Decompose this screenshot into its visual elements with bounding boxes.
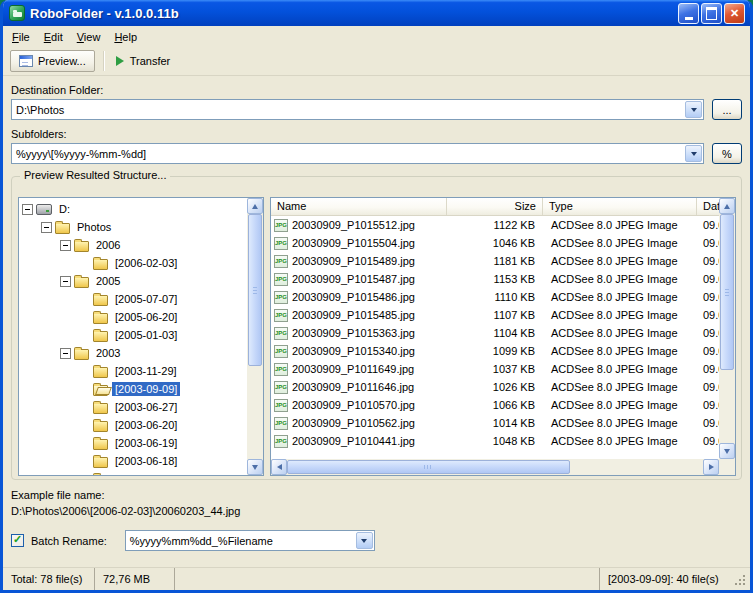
horizontal-scroll-thumb[interactable] bbox=[287, 460, 570, 474]
tree-item[interactable]: [2003-09-09] bbox=[19, 380, 247, 398]
file-row[interactable]: 20030909_P1015487.jpg 1153 KB ACDSee 8.0… bbox=[271, 270, 719, 288]
tree-item[interactable]: [2003-06-27] bbox=[19, 398, 247, 416]
menu-item-edit[interactable]: Edit bbox=[37, 28, 70, 46]
file-row[interactable]: 20030909_P1015489.jpg 1181 KB ACDSee 8.0… bbox=[271, 252, 719, 270]
tree-item-label[interactable]: Photos bbox=[74, 220, 114, 234]
destination-folder-combobox[interactable]: D:\Photos bbox=[11, 99, 704, 120]
tree-item-label[interactable]: 2003 bbox=[93, 346, 123, 360]
tree-expander-icon[interactable] bbox=[60, 276, 71, 287]
file-date-modified: 09.0 bbox=[697, 435, 719, 447]
scroll-left-button[interactable] bbox=[271, 459, 287, 475]
tree-item-label[interactable]: 2006 bbox=[93, 238, 123, 252]
tree-expander-icon[interactable] bbox=[60, 348, 71, 359]
batch-rename-checkbox[interactable] bbox=[11, 534, 24, 547]
tree-item-label[interactable]: [2005-06-20] bbox=[112, 310, 180, 324]
file-row[interactable]: 20030909_P1010570.jpg 1066 KB ACDSee 8.0… bbox=[271, 396, 719, 414]
title-bar[interactable]: RoboFolder - v.1.0.0.11b bbox=[3, 0, 750, 26]
tree-item[interactable]: [2003-06-18] bbox=[19, 452, 247, 470]
folder-icon bbox=[93, 331, 108, 342]
file-list-scroll-thumb[interactable] bbox=[720, 214, 734, 370]
file-row[interactable]: 20030909_P1015485.jpg 1107 KB ACDSee 8.0… bbox=[271, 306, 719, 324]
tree-item-label[interactable]: [2005-01-03] bbox=[112, 328, 180, 342]
file-row[interactable]: 20030909_P1011646.jpg 1026 KB ACDSee 8.0… bbox=[271, 378, 719, 396]
tree-item[interactable]: 2003 bbox=[19, 344, 247, 362]
tree-expander-icon[interactable] bbox=[22, 204, 33, 215]
browse-button[interactable]: ... bbox=[712, 99, 742, 120]
tree-item-label[interactable]: [2003-06-20] bbox=[112, 418, 180, 432]
tree-item-label[interactable]: [2003-06-18] bbox=[112, 454, 180, 468]
column-header-date-mo[interactable]: Date Mo bbox=[697, 198, 719, 215]
batch-rename-dropdown-button[interactable] bbox=[356, 532, 373, 549]
tree-item-label[interactable]: 2005 bbox=[93, 274, 123, 288]
tree-expander-icon[interactable] bbox=[60, 240, 71, 251]
subfolders-dropdown-button[interactable] bbox=[685, 145, 702, 162]
tree-item[interactable]: [2003-11-29] bbox=[19, 362, 247, 380]
scroll-up-button[interactable] bbox=[247, 198, 263, 214]
destination-dropdown-button[interactable] bbox=[685, 101, 702, 118]
tree-item[interactable]: D: bbox=[19, 200, 247, 218]
mask-button[interactable]: % bbox=[712, 143, 742, 164]
close-button[interactable] bbox=[724, 3, 745, 24]
file-type: ACDSee 8.0 JPEG Image bbox=[543, 291, 697, 303]
minimize-button[interactable] bbox=[678, 3, 699, 24]
tree-item-label[interactable]: [2003-06-27] bbox=[112, 400, 180, 414]
file-list-horizontal-scrollbar[interactable] bbox=[271, 459, 719, 475]
tree-item[interactable]: 2006 bbox=[19, 236, 247, 254]
tree-vertical-scrollbar[interactable] bbox=[247, 198, 263, 475]
tree-item[interactable]: [2005-07-07] bbox=[19, 290, 247, 308]
file-row[interactable]: 20030909_P1015340.jpg 1099 KB ACDSee 8.0… bbox=[271, 342, 719, 360]
scroll-down-button[interactable] bbox=[719, 443, 735, 459]
tree-item-label[interactable]: D: bbox=[56, 202, 73, 216]
tree-item[interactable]: [2003-06-19] bbox=[19, 434, 247, 452]
tree-item[interactable]: [2003-06-20] bbox=[19, 416, 247, 434]
file-row[interactable]: 20030909_P1015486.jpg 1110 KB ACDSee 8.0… bbox=[271, 288, 719, 306]
menu-item-help[interactable]: Help bbox=[107, 28, 144, 46]
file-list-vertical-scrollbar[interactable] bbox=[719, 198, 735, 459]
file-name-cell: 20030909_P1015512.jpg bbox=[271, 219, 447, 232]
file-row[interactable]: 20030909_P1011649.jpg 1037 KB ACDSee 8.0… bbox=[271, 360, 719, 378]
tree-item[interactable]: [2005-06-20] bbox=[19, 308, 247, 326]
file-row[interactable]: 20030909_P1010441.jpg 1048 KB ACDSee 8.0… bbox=[271, 432, 719, 450]
file-row[interactable]: 20030909_P1015363.jpg 1104 KB ACDSee 8.0… bbox=[271, 324, 719, 342]
menu-item-file[interactable]: File bbox=[5, 28, 37, 46]
tree-item-label[interactable]: [2006-02-03] bbox=[112, 256, 180, 270]
maximize-button[interactable] bbox=[701, 3, 722, 24]
column-header-name[interactable]: Name bbox=[271, 198, 447, 215]
scroll-down-button[interactable] bbox=[247, 459, 263, 475]
scroll-right-button[interactable] bbox=[703, 459, 719, 475]
file-date-modified: 09.0 bbox=[697, 327, 719, 339]
batch-rename-combobox[interactable]: %yyyy%mm%dd_%Filename bbox=[125, 530, 375, 551]
menu-item-view[interactable]: View bbox=[70, 28, 108, 46]
preview-button[interactable]: Preview... bbox=[10, 50, 95, 72]
column-header-size[interactable]: Size bbox=[447, 198, 543, 215]
tree-scroll-track[interactable] bbox=[247, 214, 263, 459]
file-list-body[interactable]: 20030909_P1015512.jpg 1122 KB ACDSee 8.0… bbox=[271, 216, 719, 459]
file-list-scroll-track[interactable] bbox=[719, 214, 735, 443]
subfolders-combobox[interactable]: %yyyy\[%yyyy-%mm-%dd] bbox=[11, 143, 704, 164]
file-size: 1046 KB bbox=[447, 237, 543, 249]
tree-item[interactable]: 2005 bbox=[19, 272, 247, 290]
column-header-type[interactable]: Type bbox=[543, 198, 697, 215]
folder-tree-pane: D: Photos 2006 [2006-02-03] 2005 [2005-0… bbox=[18, 197, 264, 476]
transfer-button[interactable]: Transfer bbox=[112, 55, 175, 67]
transfer-button-label: Transfer bbox=[130, 55, 171, 67]
file-row[interactable]: 20030909_P1015512.jpg 1122 KB ACDSee 8.0… bbox=[271, 216, 719, 234]
file-name-cell: 20030909_P1015489.jpg bbox=[271, 255, 447, 268]
tree-item-label[interactable]: [2003-09-09] bbox=[112, 382, 180, 396]
tree-item-label[interactable]: [2003-06-17] bbox=[112, 472, 180, 475]
scroll-up-button[interactable] bbox=[719, 198, 735, 214]
tree-item[interactable]: [2005-01-03] bbox=[19, 326, 247, 344]
tree-item-label[interactable]: [2003-11-29] bbox=[112, 364, 180, 378]
tree-item[interactable]: [2003-06-17] bbox=[19, 470, 247, 475]
tree-expander-icon[interactable] bbox=[41, 222, 52, 233]
file-row[interactable]: 20030909_P1010562.jpg 1014 KB ACDSee 8.0… bbox=[271, 414, 719, 432]
tree-item-label[interactable]: [2003-06-19] bbox=[112, 436, 180, 450]
folder-tree[interactable]: D: Photos 2006 [2006-02-03] 2005 [2005-0… bbox=[19, 198, 247, 475]
file-row[interactable]: 20030909_P1015504.jpg 1046 KB ACDSee 8.0… bbox=[271, 234, 719, 252]
horizontal-scroll-track[interactable] bbox=[287, 459, 703, 475]
tree-item[interactable]: [2006-02-03] bbox=[19, 254, 247, 272]
resize-grip[interactable] bbox=[735, 575, 747, 587]
tree-scroll-thumb[interactable] bbox=[248, 214, 262, 366]
tree-item-label[interactable]: [2005-07-07] bbox=[112, 292, 180, 306]
tree-item[interactable]: Photos bbox=[19, 218, 247, 236]
